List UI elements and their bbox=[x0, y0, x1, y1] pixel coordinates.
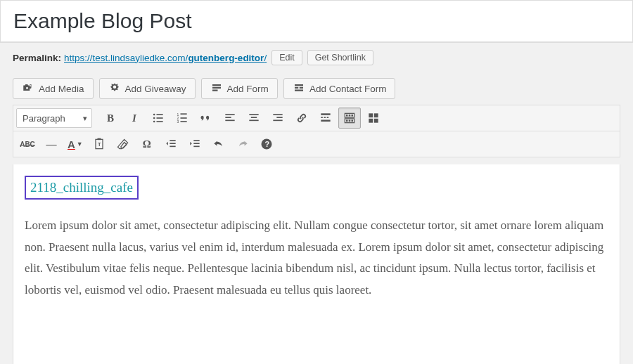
svg-point-4 bbox=[153, 121, 155, 123]
get-shortlink-button[interactable]: Get Shortlink bbox=[307, 50, 373, 65]
add-contact-label: Add Contact Form bbox=[309, 84, 387, 94]
permalink-row: Permalink: https://test.lindsayliedke.co… bbox=[0, 43, 633, 72]
edit-permalink-button[interactable]: Edit bbox=[271, 50, 302, 65]
numbered-list-button[interactable]: 123 bbox=[171, 108, 193, 129]
add-form-button[interactable]: Add Form bbox=[201, 78, 278, 99]
svg-rect-23 bbox=[324, 117, 326, 118]
svg-rect-34 bbox=[369, 113, 373, 117]
strikethrough-button[interactable]: ABC bbox=[16, 134, 39, 155]
svg-rect-20 bbox=[273, 120, 282, 122]
svg-rect-13 bbox=[225, 117, 231, 118]
bullet-list-button[interactable] bbox=[147, 108, 170, 129]
svg-rect-42 bbox=[170, 143, 175, 144]
form-icon bbox=[210, 82, 223, 95]
strikethrough-icon: ABC bbox=[20, 141, 35, 148]
hr-icon: — bbox=[46, 138, 57, 150]
text-color-button[interactable]: A▼ bbox=[64, 134, 87, 155]
svg-text:T: T bbox=[98, 141, 101, 148]
permalink-trail: / bbox=[264, 53, 267, 63]
paste-text-button[interactable]: T bbox=[88, 134, 110, 155]
read-more-button[interactable] bbox=[314, 108, 337, 129]
media-buttons-row: Add Media Add Giveaway Add Form Add Cont… bbox=[0, 72, 633, 105]
help-button[interactable]: ? bbox=[255, 134, 278, 155]
outdent-button[interactable] bbox=[160, 134, 182, 155]
svg-rect-19 bbox=[276, 117, 282, 118]
numbered-list-icon: 123 bbox=[175, 111, 189, 125]
align-left-icon bbox=[223, 111, 237, 125]
svg-text:?: ? bbox=[264, 140, 269, 148]
outdent-icon bbox=[164, 137, 178, 151]
align-right-icon bbox=[271, 111, 285, 125]
align-left-button[interactable] bbox=[219, 108, 241, 129]
svg-rect-31 bbox=[346, 120, 348, 122]
toolbar-row-1: Paragraph B I 123 bbox=[13, 105, 620, 131]
grid-icon bbox=[366, 111, 381, 125]
chevron-down-icon: ▼ bbox=[77, 141, 83, 148]
toolbar-toggle-button[interactable] bbox=[338, 108, 361, 129]
undo-button[interactable] bbox=[207, 134, 230, 155]
permalink-label: Permalink: bbox=[13, 53, 61, 63]
svg-rect-18 bbox=[273, 114, 282, 115]
post-title-input[interactable] bbox=[1, 1, 632, 42]
svg-rect-7 bbox=[181, 113, 187, 115]
svg-rect-9 bbox=[181, 117, 187, 119]
add-media-button[interactable]: Add Media bbox=[13, 78, 94, 99]
text-color-icon: A bbox=[68, 138, 75, 150]
svg-rect-41 bbox=[170, 140, 175, 141]
svg-rect-14 bbox=[225, 120, 234, 122]
svg-rect-12 bbox=[225, 114, 234, 115]
svg-rect-5 bbox=[157, 121, 163, 122]
svg-text:3: 3 bbox=[177, 119, 179, 124]
redo-icon bbox=[236, 137, 250, 151]
svg-point-0 bbox=[153, 114, 155, 116]
svg-rect-32 bbox=[349, 120, 351, 122]
toolbar-toggle-icon bbox=[343, 111, 357, 125]
svg-rect-39 bbox=[97, 138, 101, 141]
svg-rect-22 bbox=[321, 117, 323, 118]
special-char-button[interactable]: Ω bbox=[136, 134, 158, 155]
eraser-icon bbox=[116, 137, 130, 151]
clear-formatting-button[interactable] bbox=[112, 134, 134, 155]
italic-button[interactable]: I bbox=[123, 108, 146, 129]
read-more-icon bbox=[319, 111, 333, 125]
contact-form-icon bbox=[293, 82, 305, 95]
distraction-free-button[interactable] bbox=[362, 108, 385, 129]
align-center-button[interactable] bbox=[243, 108, 265, 129]
svg-rect-29 bbox=[352, 115, 354, 117]
link-button[interactable] bbox=[290, 108, 313, 129]
add-contact-form-button[interactable]: Add Contact Form bbox=[283, 78, 396, 99]
svg-rect-17 bbox=[249, 120, 258, 122]
paragraph-text: Lorem ipsum dolor sit amet, consectetur … bbox=[25, 215, 608, 301]
badge-icon bbox=[108, 82, 121, 95]
add-giveaway-button[interactable]: Add Giveaway bbox=[99, 78, 196, 99]
svg-rect-37 bbox=[374, 119, 378, 123]
horizontal-rule-button[interactable]: — bbox=[40, 134, 63, 155]
selected-link-box: 2118_chilling_cafe bbox=[25, 176, 139, 200]
align-center-icon bbox=[247, 111, 261, 125]
permalink-url[interactable]: https://test.lindsayliedke.com/gutenberg… bbox=[64, 53, 267, 63]
align-right-button[interactable] bbox=[267, 108, 289, 129]
svg-rect-43 bbox=[170, 146, 175, 148]
svg-rect-25 bbox=[321, 120, 330, 122]
omega-icon: Ω bbox=[143, 138, 151, 150]
svg-rect-24 bbox=[327, 117, 329, 118]
svg-rect-35 bbox=[374, 113, 378, 117]
link-icon bbox=[295, 111, 309, 125]
permalink-base: https://test.lindsayliedke.com/ bbox=[64, 53, 188, 63]
svg-rect-1 bbox=[157, 114, 163, 115]
editor-content[interactable]: 2118_chilling_cafe Lorem ipsum dolor sit… bbox=[13, 164, 620, 364]
format-dropdown[interactable]: Paragraph bbox=[16, 108, 92, 128]
bold-button[interactable]: B bbox=[99, 108, 122, 129]
italic-icon: I bbox=[132, 112, 136, 124]
indent-button[interactable] bbox=[184, 134, 206, 155]
svg-rect-27 bbox=[346, 115, 348, 117]
redo-button[interactable] bbox=[231, 134, 254, 155]
quote-icon bbox=[199, 111, 213, 125]
svg-rect-46 bbox=[193, 146, 199, 148]
audio-link[interactable]: 2118_chilling_cafe bbox=[30, 180, 133, 195]
svg-rect-21 bbox=[321, 113, 330, 115]
svg-rect-33 bbox=[352, 120, 354, 122]
svg-rect-45 bbox=[193, 143, 199, 144]
blockquote-button[interactable] bbox=[195, 108, 217, 129]
toolbar-row-2: ABC — A▼ T Ω ? bbox=[13, 131, 620, 157]
